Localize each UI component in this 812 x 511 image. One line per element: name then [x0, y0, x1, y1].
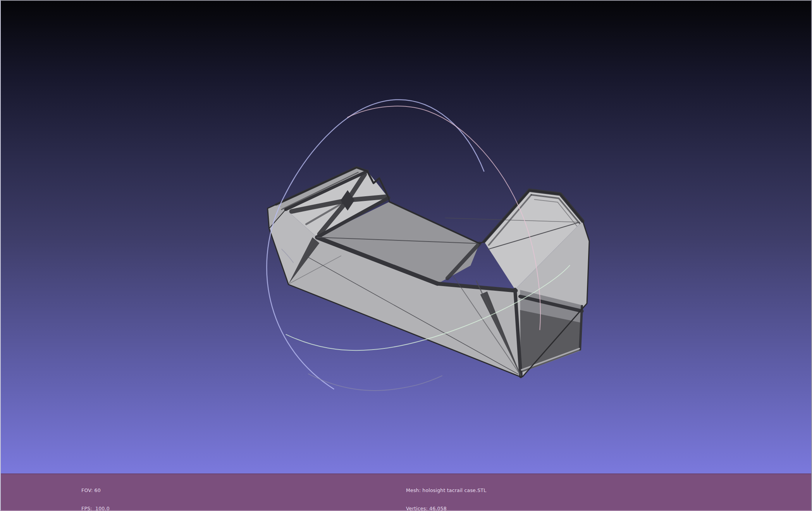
mesh-name-readout: Mesh: holosight tacrail case.STL: [406, 487, 486, 494]
mesh-render-canvas: [1, 1, 811, 474]
meshlab-viewport-window: FOV: 60 FPS: 100.0 BO_RENDERING Mesh: ho…: [0, 0, 812, 511]
status-bar: FOV: 60 FPS: 100.0 BO_RENDERING Mesh: ho…: [1, 473, 811, 510]
3d-viewport[interactable]: [1, 1, 811, 474]
mesh-info-readout: Mesh: holosight tacrail case.STL Vertice…: [406, 475, 486, 511]
render-stats-readout: FOV: 60 FPS: 100.0 BO_RENDERING: [81, 475, 121, 511]
fps-readout: FPS: 100.0: [81, 506, 121, 511]
vertices-readout: Vertices: 46,058: [406, 506, 486, 511]
fov-readout: FOV: 60: [81, 487, 121, 494]
